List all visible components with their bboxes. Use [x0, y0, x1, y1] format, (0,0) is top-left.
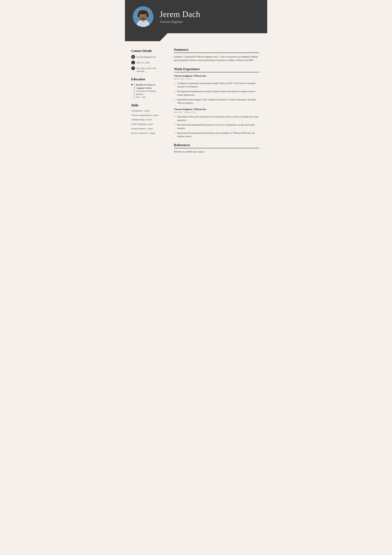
references-section: References References available upon req… [174, 143, 259, 153]
edu-bullet-icon [131, 84, 133, 85]
summary-text: Example 1: Experienced VMware Engineer w… [174, 55, 259, 62]
skills-section-title: Skills [131, 103, 163, 107]
sidebar: Contact Details ✉ jeremdach@gmail.com 📞 … [125, 46, 168, 164]
job-bullets-0: Configured, maintained, and managed mult… [174, 82, 259, 105]
references-text: References available upon request [174, 151, 259, 153]
skill-item: Cloud Computing - Expert [131, 123, 163, 125]
summary-section-title: Summary [174, 47, 259, 53]
job-bullet-1-0: Automated routine tasks using PowerCLI a… [174, 115, 259, 122]
job-bullet-0-0: Configured, maintained, and managed mult… [174, 82, 259, 88]
skill-item: Virtualization - Expert [131, 110, 163, 112]
email-text: jeremdach@gmail.com [137, 55, 156, 58]
contact-email-item: ✉ jeremdach@gmail.com [131, 55, 163, 59]
email-icon: ✉ [131, 55, 135, 59]
avatar [133, 6, 153, 27]
svg-point-4 [139, 10, 148, 15]
job-bullet-1-1: Developed and implemented best practices… [174, 123, 259, 130]
skill-item: Troubleshooting - Expert [131, 118, 163, 121]
svg-point-8 [141, 15, 142, 16]
skill-item: Storage Solutions - Expert [131, 127, 163, 130]
edu-years: 2017 - 2021 [136, 96, 163, 99]
svg-point-5 [138, 13, 140, 18]
job-bullets-1: Automated routine tasks using PowerCLI a… [174, 115, 259, 138]
skill-item: VMware Administration - Expert [131, 114, 163, 117]
location-icon: 📍 [131, 66, 135, 70]
contact-section-title: Contact Details [131, 49, 163, 53]
resume-header: Jerem Dach Vmware Engineer [125, 0, 267, 33]
job-item-1: Vmware Engineer, VMware Inc.May 2021 - F… [174, 108, 259, 138]
contact-phone-item: 📞 (081) 431 7509 [131, 61, 163, 65]
chevron-decoration [125, 33, 267, 41]
skills-list: Virtualization - ExpertVMware Administra… [131, 110, 163, 135]
work-experience-title: Work Experience [174, 67, 259, 72]
work-experience-section: Work Experience Vmware Engineer, VMware … [174, 67, 259, 138]
job-bullet-1-2: Monitored and maintained the performance… [174, 131, 259, 138]
jobs-list: Vmware Engineer, VMware Inc.March 2023 -… [174, 74, 259, 138]
contact-address-item: 📍 New Deja, 24136-7709, Delaware [131, 66, 163, 73]
main-content: Summary Example 1: Experienced VMware En… [168, 46, 267, 164]
resume-page: Jerem Dach Vmware Engineer Contact Detai… [125, 0, 267, 164]
phone-icon: 📞 [131, 61, 135, 65]
svg-point-6 [146, 13, 149, 18]
education-item: Bachelor of Science in Computer Science … [131, 83, 163, 99]
svg-point-7 [140, 17, 147, 21]
chevron-shape [125, 33, 168, 41]
job-period-1: May 2021 - February 2023 [174, 111, 259, 114]
contact-section: Contact Details ✉ jeremdach@gmail.com 📞 … [131, 49, 163, 73]
job-bullet-0-2: Implemented and managed vSAN, vRealize A… [174, 98, 259, 105]
edu-school: University of California, Berkeley [136, 89, 163, 96]
candidate-name: Jerem Dach [160, 10, 200, 19]
skill-item: System Architecture - Expert [131, 132, 163, 135]
candidate-title: Vmware Engineer [160, 20, 200, 24]
education-content: Bachelor of Science in Computer Science … [134, 83, 163, 99]
education-section: Education Bachelor of Science in Compute… [131, 77, 163, 99]
job-title-0: Vmware Engineer, VMware Inc. [174, 74, 259, 77]
summary-section: Summary Example 1: Experienced VMware En… [174, 47, 259, 62]
address-text: New Deja, 24136-7709, Delaware [137, 66, 163, 73]
references-title: References [174, 143, 259, 148]
header-text-block: Jerem Dach Vmware Engineer [160, 10, 200, 24]
education-section-title: Education [131, 77, 163, 81]
svg-point-9 [144, 15, 145, 16]
job-item-0: Vmware Engineer, VMware Inc.March 2023 -… [174, 74, 259, 105]
phone-text: (081) 431 7509 [137, 61, 149, 64]
skills-section: Skills Virtualization - ExpertVMware Adm… [131, 103, 163, 135]
job-title-1: Vmware Engineer, VMware Inc. [174, 108, 259, 111]
main-layout: Contact Details ✉ jeremdach@gmail.com 📞 … [125, 46, 267, 164]
job-bullet-0-1: Developed and maintained an extensive vS… [174, 90, 259, 96]
job-period-0: March 2023 - Present [174, 78, 259, 80]
edu-degree: Bachelor of Science in Computer Science [136, 83, 163, 89]
